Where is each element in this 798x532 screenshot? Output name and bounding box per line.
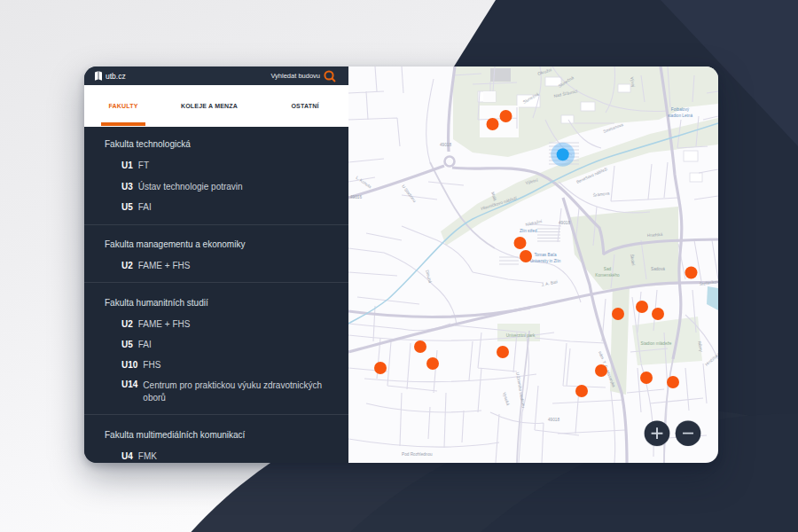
svg-text:University in Zlín: University in Zlín [530, 259, 561, 263]
svg-text:Sadová: Sadová [651, 267, 665, 271]
svg-text:U Stadionu: U Stadionu [401, 184, 417, 204]
svg-text:Fotbalový: Fotbalový [671, 107, 690, 112]
svg-text:Šrámova: Šrámova [592, 190, 610, 198]
svg-text:Zlín střed: Zlín střed [520, 229, 537, 233]
svg-text:Vysoká: Vysoká [502, 392, 511, 406]
svg-text:49016: 49016 [350, 195, 362, 200]
svg-text:Tomas Baťa: Tomas Baťa [534, 253, 557, 257]
svg-text:stadion Letná: stadion Letná [668, 113, 693, 118]
svg-text:Dlouhá: Dlouhá [425, 270, 433, 284]
svg-text:Hrnčířská: Hrnčířská [704, 352, 718, 367]
svg-text:L. Kohuta: L. Kohuta [355, 176, 372, 190]
svg-text:J. A. Bati: J. A. Bati [541, 279, 558, 287]
svg-text:Univerzitní park: Univerzitní park [506, 333, 536, 338]
svg-text:Štefánikova: Štefánikova [699, 278, 718, 286]
svg-text:49018: 49018 [440, 143, 451, 147]
svg-text:Sad: Sad [604, 267, 612, 271]
svg-text:Pod Rozhlednou: Pod Rozhlednou [402, 452, 433, 457]
svg-text:Nádražní: Nádražní [525, 219, 543, 227]
svg-text:49018: 49018 [548, 418, 559, 422]
svg-text:49018: 49018 [559, 221, 570, 225]
svg-text:Stadion mládeže: Stadion mládeže [641, 341, 672, 346]
svg-text:Komenského: Komenského [595, 273, 620, 278]
